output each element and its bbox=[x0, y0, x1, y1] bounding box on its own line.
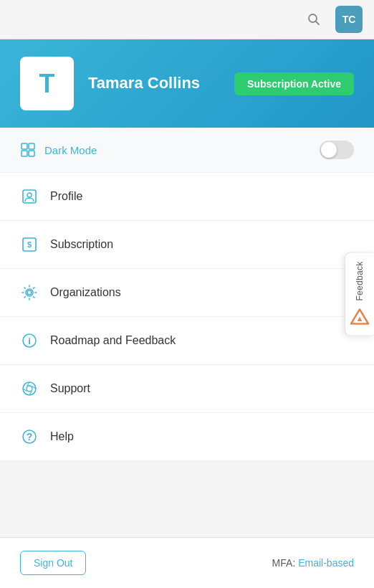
svg-line-1 bbox=[316, 22, 320, 25]
svg-text:i: i bbox=[28, 336, 31, 346]
dark-mode-label: Dark Mode bbox=[44, 144, 97, 156]
menu-item-help[interactable]: ? Help bbox=[0, 413, 374, 461]
subscription-icon: $ bbox=[20, 235, 39, 254]
gear-icon bbox=[20, 283, 39, 302]
svg-rect-5 bbox=[29, 151, 34, 156]
menu-item-subscription[interactable]: $ Subscription bbox=[0, 221, 374, 269]
mfa-value: Email-based bbox=[298, 557, 354, 569]
profile-icon bbox=[20, 187, 39, 206]
profile-name: Tamara Collins bbox=[88, 74, 220, 93]
footer: Sign Out MFA: Email-based bbox=[0, 537, 374, 588]
help-icon: ? bbox=[20, 427, 39, 446]
menu-item-support-label: Support bbox=[50, 382, 90, 395]
svg-rect-4 bbox=[21, 151, 27, 156]
search-icon bbox=[307, 12, 321, 27]
menu-item-organizations[interactable]: Organizations bbox=[0, 269, 374, 317]
menu-item-support[interactable]: Support bbox=[0, 365, 374, 413]
svg-text:▲: ▲ bbox=[356, 315, 364, 323]
subscription-badge: Subscription Active bbox=[234, 72, 354, 95]
profile-header: T Tamara Collins Subscription Active bbox=[0, 39, 374, 128]
profile-avatar-large: T bbox=[20, 57, 74, 110]
svg-text:?: ? bbox=[27, 431, 33, 442]
menu-item-help-label: Help bbox=[50, 430, 74, 443]
feedback-tab[interactable]: Feedback ▲ bbox=[345, 252, 374, 336]
menu-section: Profile $ Subscription Organizations i bbox=[0, 173, 374, 461]
svg-text:$: $ bbox=[27, 240, 32, 249]
info-icon: i bbox=[20, 331, 39, 350]
menu-item-profile-label: Profile bbox=[50, 190, 82, 203]
dark-mode-row[interactable]: Dark Mode bbox=[0, 128, 374, 173]
menu-item-organizations-label: Organizations bbox=[50, 286, 121, 299]
dark-mode-icon bbox=[20, 142, 36, 158]
svg-point-7 bbox=[27, 193, 32, 197]
svg-point-15 bbox=[27, 386, 32, 392]
menu-item-roadmap-label: Roadmap and Feedback bbox=[50, 334, 176, 347]
mfa-info: MFA: Email-based bbox=[272, 557, 354, 569]
dark-mode-left: Dark Mode bbox=[20, 142, 97, 158]
feedback-label: Feedback bbox=[355, 261, 365, 300]
svg-point-10 bbox=[27, 290, 32, 295]
profile-info: Tamara Collins bbox=[88, 74, 220, 93]
user-avatar-button[interactable]: TC bbox=[335, 6, 363, 33]
dark-mode-toggle[interactable] bbox=[320, 141, 354, 159]
top-bar: TC bbox=[0, 0, 374, 39]
menu-item-profile[interactable]: Profile bbox=[0, 173, 374, 221]
svg-rect-2 bbox=[21, 143, 27, 149]
svg-rect-3 bbox=[29, 143, 34, 149]
sign-out-button[interactable]: Sign Out bbox=[20, 551, 86, 575]
feedback-logo-icon: ▲ bbox=[350, 307, 370, 327]
support-icon bbox=[20, 379, 39, 398]
svg-point-14 bbox=[23, 382, 36, 395]
search-button[interactable] bbox=[301, 6, 327, 32]
mfa-label: MFA: bbox=[272, 557, 299, 569]
menu-item-roadmap[interactable]: i Roadmap and Feedback bbox=[0, 317, 374, 365]
toggle-knob bbox=[321, 142, 337, 158]
menu-item-subscription-label: Subscription bbox=[50, 238, 113, 251]
